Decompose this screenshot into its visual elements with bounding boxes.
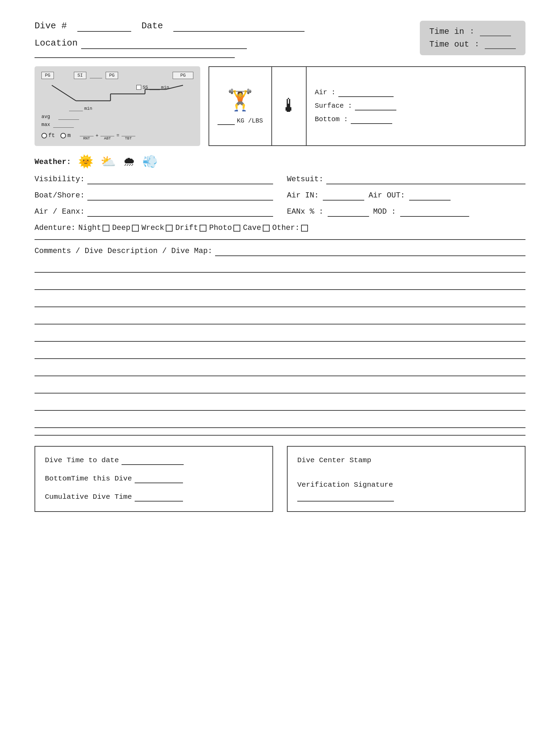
air-eanx-field[interactable] xyxy=(87,207,273,217)
write-line-10[interactable] xyxy=(35,414,525,428)
write-line-8[interactable] xyxy=(35,380,525,393)
cumulative-field[interactable] xyxy=(135,493,183,502)
deep-checkbox[interactable] xyxy=(132,225,139,232)
surface-row: Surface : xyxy=(315,102,396,110)
write-line-7[interactable] xyxy=(35,362,525,376)
photo-checkbox[interactable] xyxy=(233,225,240,232)
min-label-1: min xyxy=(84,106,92,111)
ft-radio[interactable]: ft xyxy=(41,133,55,139)
dive-number-field[interactable] xyxy=(77,21,131,32)
m-radio[interactable]: m xyxy=(60,133,71,139)
verification-label: Verification Signature xyxy=(297,481,515,489)
write-line-1[interactable] xyxy=(35,259,525,273)
ft-m-row: ft m RNT + ABT = xyxy=(41,130,193,140)
write-line-3[interactable] xyxy=(35,293,525,307)
cumulative-label: Cumulative Dive Time xyxy=(45,493,132,501)
bottom-label: Bottom : xyxy=(315,115,348,123)
eanx-pct-label: EANx % : xyxy=(287,207,324,216)
ft-radio-circle[interactable] xyxy=(41,133,47,138)
weather-label: Weather: xyxy=(35,158,71,166)
max-field[interactable] xyxy=(53,122,74,128)
rainy-icon[interactable]: 🌧 xyxy=(123,154,135,169)
avg-label: avg xyxy=(41,114,50,120)
bottom-time-dive-row: BottomTime this Dive xyxy=(45,475,263,483)
adventure-row: Adenture: Night Deep Wreck Drift Photo C… xyxy=(35,224,525,232)
location-second-line xyxy=(35,51,235,58)
night-checkbox[interactable] xyxy=(103,225,109,232)
windy-icon[interactable]: 💨 xyxy=(142,154,158,169)
pg-box-1[interactable]: PG xyxy=(41,72,54,79)
wetsuit-field[interactable] xyxy=(326,175,525,184)
rnt-abt-row: RNT + ABT = TBT xyxy=(80,130,135,140)
comments-first-line[interactable] xyxy=(215,247,525,256)
pg-box-4[interactable]: PG xyxy=(173,72,193,79)
write-line-2[interactable] xyxy=(35,276,525,290)
wreck-label: Wreck xyxy=(142,224,164,232)
eanx-pct-field[interactable] xyxy=(328,207,369,217)
middle-section: PG SI PG PG xyxy=(35,66,525,146)
m-label: m xyxy=(67,133,71,139)
adventure-deep: Deep xyxy=(112,224,139,232)
verification-signature-field[interactable] xyxy=(297,493,394,502)
ss-min-field[interactable] xyxy=(149,85,160,90)
date-field[interactable] xyxy=(173,21,305,32)
surface-temp-field[interactable] xyxy=(355,102,396,110)
write-line-5[interactable] xyxy=(35,328,525,342)
write-line-9[interactable] xyxy=(35,397,525,411)
weight-field[interactable] xyxy=(218,117,235,125)
dive-center-stamp-label: Dive Center Stamp xyxy=(297,456,515,464)
cloudy-icon[interactable]: ⛅ xyxy=(100,154,116,169)
tbt-value[interactable] xyxy=(122,130,135,136)
sunny-icon[interactable]: 🌞 xyxy=(78,154,94,169)
ss-checkbox[interactable] xyxy=(136,85,141,90)
time-in-field[interactable] xyxy=(480,27,511,36)
bottom-time-dive-label: BottomTime this Dive xyxy=(45,475,132,483)
bottom-time-dive-field[interactable] xyxy=(135,475,183,483)
eanx-mod-group: EANx % : MOD : xyxy=(287,207,525,217)
abt-value[interactable] xyxy=(100,130,114,136)
rnt-value[interactable] xyxy=(80,130,94,136)
time-out-field[interactable] xyxy=(485,40,516,49)
min-field-1[interactable] xyxy=(69,106,83,111)
mod-field[interactable] xyxy=(400,207,469,217)
tbt-label: TBT xyxy=(122,136,135,140)
location-label: Location xyxy=(35,38,78,48)
adventure-label: Adenture: xyxy=(35,224,76,232)
pg-box-3[interactable]: PG xyxy=(106,72,118,79)
air-out-field[interactable] xyxy=(409,191,451,201)
mod-label: MOD : xyxy=(373,207,396,216)
bottom-section: Dive Time to date BottomTime this Dive C… xyxy=(35,446,525,512)
cave-checkbox[interactable] xyxy=(263,225,270,232)
location-field[interactable] xyxy=(81,38,247,49)
m-radio-circle[interactable] xyxy=(60,133,66,138)
visibility-field[interactable] xyxy=(87,175,273,184)
time-out-colon: : xyxy=(475,40,479,49)
visibility-wetsuit-row: Visibility: Wetsuit: xyxy=(35,175,525,184)
bottom-temp-field[interactable] xyxy=(351,115,392,124)
boat-shore-field[interactable] xyxy=(87,191,273,201)
pg-box-2[interactable]: SI xyxy=(74,72,86,79)
dive-time-to-date-field[interactable] xyxy=(122,456,184,465)
write-line-4[interactable] xyxy=(35,311,525,324)
si-field[interactable] xyxy=(90,72,102,78)
profile-svg xyxy=(41,82,193,109)
divider-1 xyxy=(35,239,525,240)
drift-label: Drift xyxy=(175,224,198,232)
avg-field[interactable] xyxy=(58,114,79,120)
other-checkbox[interactable] xyxy=(301,225,308,232)
ss-min-label: min xyxy=(161,85,169,90)
drift-checkbox[interactable] xyxy=(200,225,206,232)
svg-line-0 xyxy=(52,85,76,101)
plus-sign: + xyxy=(96,133,98,138)
time-in-colon: : xyxy=(470,27,474,36)
comments-label-text: Comments / Dive Description / Dive Map: xyxy=(35,247,212,255)
air-temp-field[interactable] xyxy=(338,88,394,97)
wreck-checkbox[interactable] xyxy=(166,225,173,232)
air-eanx-group: Air / Eanx: xyxy=(35,207,273,217)
ss-label: SS xyxy=(143,85,148,90)
write-line-6[interactable] xyxy=(35,345,525,359)
eanx-mod-row: Air / Eanx: EANx % : MOD : xyxy=(35,207,525,217)
temp-section: 🌡 xyxy=(272,67,307,145)
date-label: Date xyxy=(142,21,163,31)
air-in-field[interactable] xyxy=(323,191,364,201)
